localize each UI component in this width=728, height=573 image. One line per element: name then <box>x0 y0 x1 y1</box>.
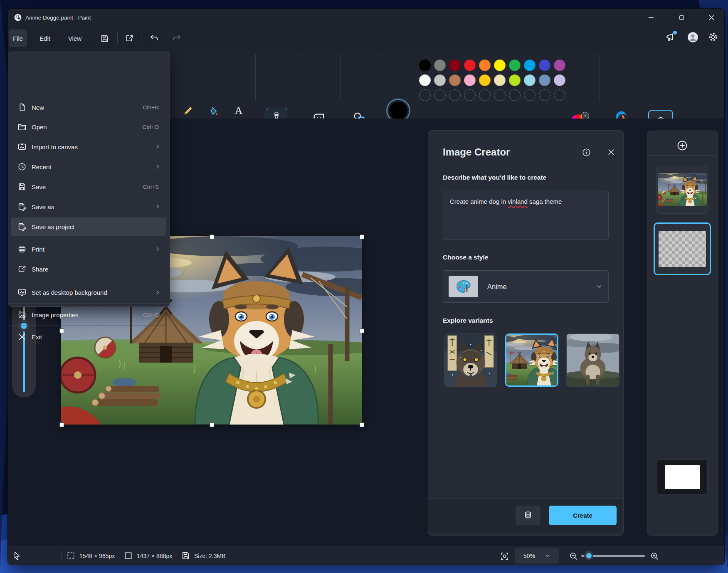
selection-handle-mid-right[interactable] <box>360 328 364 333</box>
save-button[interactable] <box>99 32 110 44</box>
colour-swatch[interactable] <box>494 59 506 71</box>
pencil-tool[interactable] <box>181 105 194 118</box>
paint-window: Anime Dogge.paint - Paint File Edit View… <box>7 8 725 565</box>
layer-2-selected[interactable] <box>654 222 711 275</box>
selection-handle-top-right[interactable] <box>360 235 364 239</box>
menu-item-save-as-project[interactable]: Save as project <box>11 217 166 236</box>
colour-swatch[interactable] <box>419 74 431 86</box>
variant-thumbnail-2-selected[interactable] <box>505 333 558 387</box>
colour-swatch[interactable] <box>524 74 536 86</box>
printer-icon <box>17 245 27 254</box>
file-menu: NewCtrl+N OpenCtrl+O Import to canvas Re… <box>8 52 170 307</box>
colour-swatch[interactable] <box>419 59 431 71</box>
zoom-level-dropdown[interactable]: 50% <box>515 548 559 563</box>
menu-item-recent[interactable]: Recent <box>11 158 166 176</box>
colour-swatch[interactable] <box>524 59 536 71</box>
zoom-slider-thumb[interactable] <box>584 551 593 560</box>
colour-grid <box>419 59 565 101</box>
canvas-size-value: 1437 × 888px <box>137 546 172 565</box>
colour-swatch[interactable] <box>449 74 461 86</box>
colour-swatch-empty[interactable] <box>509 89 521 101</box>
text-tool[interactable]: A <box>232 104 245 117</box>
paint-app-icon <box>14 13 22 22</box>
colour-swatch[interactable] <box>434 74 446 86</box>
prompt-text: saga theme <box>528 198 562 205</box>
selection-handle-bottom-left[interactable] <box>59 422 64 427</box>
zoom-out-button[interactable] <box>568 550 579 562</box>
colour-swatch[interactable] <box>449 59 461 71</box>
zoom-in-button[interactable] <box>649 550 660 562</box>
fit-to-screen-button[interactable] <box>498 550 510 562</box>
selection-size-value: 1548 × 965px <box>79 546 115 565</box>
colour-swatch-empty[interactable] <box>419 89 431 101</box>
colour-swatch[interactable] <box>539 59 550 71</box>
colour-swatch[interactable] <box>509 59 521 71</box>
close-panel-button[interactable] <box>605 146 617 158</box>
colour-swatch[interactable] <box>554 59 565 71</box>
close-button[interactable] <box>703 11 720 24</box>
variant-3-grey-wolf-image <box>567 334 619 386</box>
variant-thumbnail-3[interactable] <box>566 333 619 387</box>
submenu-chevron-icon <box>155 246 160 252</box>
menu-item-image-properties[interactable]: Image propertiesCtrl+E <box>11 306 166 324</box>
colour-swatch[interactable] <box>554 74 565 86</box>
prompt-input[interactable]: Create anime dog in vinland saga theme <box>443 191 609 240</box>
colour-swatch[interactable] <box>434 59 446 71</box>
colour-swatch[interactable] <box>464 59 476 71</box>
announcements-button[interactable] <box>664 30 677 44</box>
menu-item-share[interactable]: Share <box>11 260 166 278</box>
info-icon[interactable] <box>580 146 592 158</box>
save-as-project-icon <box>17 222 27 231</box>
account-button[interactable] <box>686 30 699 44</box>
menu-item-save[interactable]: SaveCtrl+S <box>11 178 166 196</box>
undo-button[interactable] <box>148 32 160 44</box>
menu-item-set-as-desktop-background[interactable]: Set as desktop background <box>11 283 166 301</box>
colour-swatch-empty[interactable] <box>539 89 550 101</box>
colour-swatch-empty[interactable] <box>434 89 446 101</box>
colour-swatch[interactable] <box>539 74 550 86</box>
colour-swatch[interactable] <box>479 59 491 71</box>
credits-button[interactable] <box>516 506 540 525</box>
add-layer-button[interactable] <box>676 139 689 152</box>
titlebar: Anime Dogge.paint - Paint <box>8 9 724 26</box>
menu-item-exit[interactable]: Exit <box>11 328 166 346</box>
menu-item-import-to-canvas[interactable]: Import to canvas <box>11 138 166 156</box>
variant-thumbnail-1[interactable] <box>444 333 497 387</box>
colour-swatch-empty[interactable] <box>554 89 565 101</box>
maximize-button[interactable] <box>673 11 690 24</box>
layer-1[interactable] <box>656 166 708 214</box>
menu-item-new[interactable]: NewCtrl+N <box>11 98 166 116</box>
menu-file[interactable]: File <box>9 30 27 47</box>
colour-swatch[interactable] <box>464 74 476 86</box>
fill-tool[interactable] <box>207 105 220 118</box>
colour-swatch-empty[interactable] <box>479 89 491 101</box>
exit-icon <box>17 332 27 341</box>
menu-item-save-as[interactable]: Save as <box>11 198 166 216</box>
colour-swatch-empty[interactable] <box>524 89 536 101</box>
primary-colour-swatch[interactable] <box>389 101 407 120</box>
menu-item-print[interactable]: Print <box>11 240 166 258</box>
create-button[interactable]: Create <box>549 506 617 525</box>
menu-view[interactable]: View <box>64 30 86 47</box>
colour-swatch-empty[interactable] <box>494 89 506 101</box>
colour-swatch-empty[interactable] <box>464 89 476 101</box>
settings-button[interactable] <box>706 30 720 44</box>
menu-edit[interactable]: Edit <box>35 30 55 47</box>
selection-handle-top-center[interactable] <box>210 235 214 239</box>
menu-item-open[interactable]: OpenCtrl+O <box>11 118 166 136</box>
colour-swatch[interactable] <box>509 74 521 86</box>
layers-panel <box>647 131 718 536</box>
style-dropdown[interactable]: Anime <box>443 270 609 303</box>
background-layer[interactable] <box>657 459 708 495</box>
share-button[interactable] <box>123 32 135 44</box>
minimize-button[interactable] <box>643 11 659 24</box>
selection-size-icon <box>66 551 76 561</box>
save-icon <box>17 182 27 191</box>
selection-handle-bottom-right[interactable] <box>360 422 364 427</box>
colour-swatch-empty[interactable] <box>449 89 461 101</box>
colour-swatch[interactable] <box>479 74 491 86</box>
colour-swatch[interactable] <box>494 74 506 86</box>
redo-button[interactable] <box>171 32 183 44</box>
notification-dot <box>673 31 677 35</box>
selection-handle-bottom-center[interactable] <box>210 422 214 427</box>
